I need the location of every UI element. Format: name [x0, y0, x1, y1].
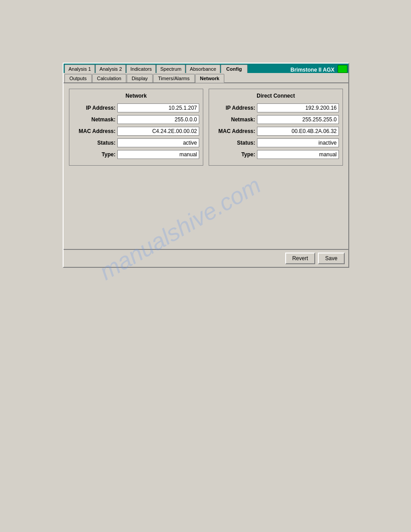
- tab-absorbance[interactable]: Absorbance: [186, 64, 220, 73]
- dc-mac-value: 00.E0.4B.2A.06.32: [257, 127, 339, 136]
- dc-ip-label: IP Address:: [213, 105, 255, 111]
- sub-tab-network[interactable]: Network: [195, 74, 224, 83]
- dc-mac-row: MAC Address: 00.E0.4B.2A.06.32: [213, 127, 339, 136]
- sub-tab-display[interactable]: Display: [127, 74, 153, 82]
- network-mac-label: MAC Address:: [73, 128, 116, 134]
- network-ip-row: IP Address: 10.25.1.207: [73, 103, 199, 112]
- sub-tab-timers-alarms[interactable]: Timers/Alarms: [153, 74, 194, 82]
- dc-netmask-value: 255.255.255.0: [257, 115, 339, 124]
- tab-analysis1[interactable]: Analysis 1: [64, 64, 95, 73]
- network-mac-value: C4.24.2E.00.00.02: [117, 127, 199, 136]
- dc-type-value: manual: [257, 150, 339, 159]
- direct-connect-panel-title: Direct Connect: [213, 93, 339, 99]
- network-netmask-label: Netmask:: [73, 116, 116, 123]
- dc-ip-value: 192.9.200.16: [257, 103, 339, 112]
- dc-netmask-row: Netmask: 255.255.255.0: [213, 115, 339, 124]
- tab-indicators[interactable]: Indicators: [126, 64, 156, 73]
- status-indicator: [338, 65, 347, 73]
- network-panels: Network IP Address: 10.25.1.207 Netmask:…: [69, 89, 343, 166]
- content-area: Network IP Address: 10.25.1.207 Netmask:…: [64, 83, 348, 249]
- network-type-value: manual: [117, 150, 199, 159]
- network-type-label: Type:: [73, 151, 116, 158]
- dc-netmask-label: Netmask:: [213, 116, 255, 123]
- revert-button[interactable]: Revert: [285, 253, 315, 264]
- network-panel: Network IP Address: 10.25.1.207 Netmask:…: [69, 89, 203, 166]
- network-ip-value: 10.25.1.207: [117, 103, 199, 112]
- main-window: Analysis 1 Analysis 2 Indicators Spectru…: [63, 63, 349, 268]
- network-netmask-row: Netmask: 255.0.0.0: [73, 115, 199, 124]
- sub-tab-outputs[interactable]: Outputs: [64, 74, 92, 82]
- network-panel-title: Network: [73, 93, 199, 99]
- tab-config[interactable]: Config: [221, 64, 248, 73]
- device-label: Brimstone II AGX: [291, 67, 337, 73]
- dc-type-row: Type: manual: [213, 150, 339, 159]
- tab-analysis2[interactable]: Analysis 2: [95, 64, 126, 73]
- save-button[interactable]: Save: [318, 253, 345, 264]
- network-status-label: Status:: [73, 140, 116, 146]
- network-ip-label: IP Address:: [73, 105, 116, 111]
- top-tabs-bar: Analysis 1 Analysis 2 Indicators Spectru…: [64, 64, 348, 73]
- dc-mac-label: MAC Address:: [213, 128, 255, 134]
- tab-spectrum[interactable]: Spectrum: [156, 64, 185, 73]
- network-status-row: Status: active: [73, 138, 199, 147]
- dc-status-value: inactive: [257, 138, 339, 147]
- sub-tab-calculation[interactable]: Calculation: [92, 74, 126, 82]
- sub-tabs-bar: Outputs Calculation Display Timers/Alarm…: [64, 73, 348, 83]
- network-mac-row: MAC Address: C4.24.2E.00.00.02: [73, 127, 199, 136]
- direct-connect-panel: Direct Connect IP Address: 192.9.200.16 …: [209, 89, 343, 166]
- network-status-value: active: [117, 138, 199, 147]
- network-type-row: Type: manual: [73, 150, 199, 159]
- dc-ip-row: IP Address: 192.9.200.16: [213, 103, 339, 112]
- footer-bar: Revert Save: [64, 249, 348, 267]
- network-netmask-value: 255.0.0.0: [117, 115, 199, 124]
- dc-type-label: Type:: [213, 151, 255, 158]
- dc-status-label: Status:: [213, 140, 255, 146]
- dc-status-row: Status: inactive: [213, 138, 339, 147]
